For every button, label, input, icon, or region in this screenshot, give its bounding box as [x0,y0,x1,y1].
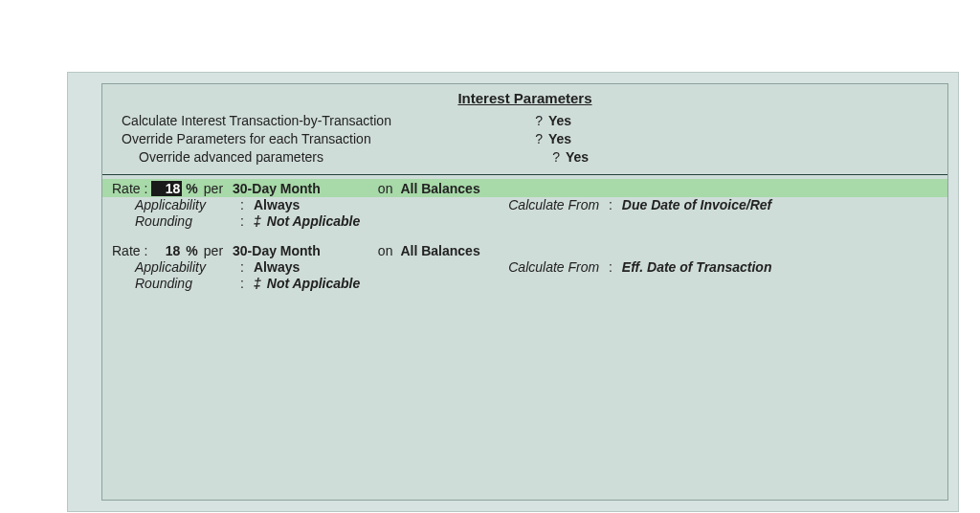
rate2-value-input[interactable]: 18 [151,243,182,258]
q2-value[interactable]: Yes [548,130,571,148]
rate1-applicability-label: Applicability [135,197,240,212]
window-backdrop: Interest Parameters Calculate Interest T… [67,72,959,512]
rate-block-1: Rate : 18 % per 30-Day Month on All Bala… [102,175,947,237]
rate1-label: Rate : [112,181,147,196]
rate2-label: Rate : [112,243,147,258]
rate1-round-colon: : [240,213,254,229]
rate2-rounding-line: Rounding : ‡ Not Applicable [102,276,947,292]
rate1-app-colon: : [240,197,254,212]
rate1-rounding-label: Rounding [135,213,240,229]
top-questions: Calculate Interest Transaction-by-Transa… [102,110,947,172]
rate-line-2[interactable]: Rate : 18 % per 30-Day Month on All Bala… [102,241,947,259]
q1-label: Calculate Interest Transaction-by-Transa… [122,112,514,130]
rate1-applicability-line: Applicability : Always Calculate From : … [102,197,947,213]
rate2-calc-from-value[interactable]: Eff. Date of Transaction [622,259,772,275]
rate2-app-colon: : [240,259,254,275]
rate1-calc-from-colon: : [609,197,612,212]
rate2-round-colon: : [240,276,254,291]
rate2-calc-from-wrap: Calculate From : Eff. Date of Transactio… [508,259,771,275]
rate2-calc-from-label: Calculate From [508,259,599,275]
rate2-rounding-label: Rounding [135,276,240,291]
q3-label: Override advanced parameters [122,148,531,167]
rate1-applicability-value[interactable]: Always [254,197,300,212]
question-row-3: Override advanced parameters ? Yes [122,148,947,167]
q3-value[interactable]: Yes [566,148,589,167]
question-row-2: Override Parameters for each Transaction… [122,130,947,148]
rate-line-1[interactable]: Rate : 18 % per 30-Day Month on All Bala… [102,179,947,197]
rate1-rounding-line: Rounding : ‡ Not Applicable [102,213,947,230]
question-row-1: Calculate Interest Transaction-by-Transa… [122,112,947,130]
interest-parameters-panel: Interest Parameters Calculate Interest T… [101,83,948,501]
rate1-value-input[interactable]: 18 [151,181,182,196]
rate2-on: on [378,243,393,258]
rate1-on: on [378,181,393,196]
q3-mark: ? [531,148,566,167]
rate2-per-unit[interactable]: 30-Day Month [233,243,321,258]
rate1-rounding-value[interactable]: Not Applicable [267,213,361,229]
rate1-pct: % [186,181,197,196]
rate2-calc-from-colon: : [609,259,612,275]
q1-value[interactable]: Yes [548,112,571,130]
rate1-rounding-sym: ‡ [254,213,261,229]
rate1-on-value[interactable]: All Balances [400,181,479,196]
rate2-applicability-line: Applicability : Always Calculate From : … [102,259,947,276]
rate1-calc-from-value[interactable]: Due Date of Invoice/Ref [622,197,771,212]
q1-mark: ? [514,112,548,130]
rate1-per-unit[interactable]: 30-Day Month [233,181,321,196]
q2-label: Override Parameters for each Transaction [122,130,514,148]
rate2-rounding-sym: ‡ [254,276,261,291]
rate1-calc-from-wrap: Calculate From : Due Date of Invoice/Ref [508,197,771,212]
rate-block-2: Rate : 18 % per 30-Day Month on All Bala… [102,237,947,300]
q2-mark: ? [514,130,548,148]
rate1-per: per [204,181,223,196]
rate2-on-value[interactable]: All Balances [400,243,479,258]
panel-title: Interest Parameters [102,84,947,110]
rate2-per: per [204,243,223,258]
rate2-rounding-value[interactable]: Not Applicable [267,276,361,291]
rate1-calc-from-label: Calculate From [508,197,599,212]
rate2-applicability-label: Applicability [135,259,240,275]
rate2-applicability-value[interactable]: Always [254,259,300,275]
rate2-pct: % [186,243,197,258]
